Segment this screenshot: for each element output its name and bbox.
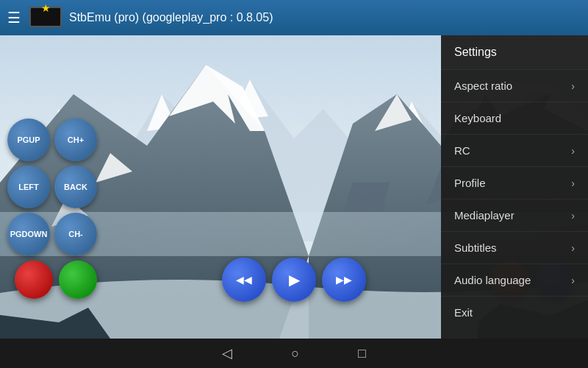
pgup-button[interactable]: PGUP (7, 118, 50, 161)
back-button[interactable]: BACK (54, 166, 97, 208)
chplus-button[interactable]: CH+ (54, 118, 97, 161)
green-button[interactable] (59, 261, 97, 299)
dropdown-header: Settings (441, 35, 588, 69)
recent-nav-icon[interactable]: □ (358, 346, 366, 361)
star-icon: ★ (41, 2, 51, 14)
arrow-icon-mediaplayer: › (571, 210, 575, 222)
bottom-navbar: ◁ ○ □ (0, 339, 588, 368)
pgdown-button[interactable]: PGDOWN (7, 213, 50, 255)
rewind-icon: ◀◀ (236, 274, 252, 286)
menu-item-profile-label: Profile (454, 177, 486, 189)
menu-item-audio-language-label: Audio language (454, 274, 531, 286)
app-title: StbEmu (pro) (googleplay_pro : 0.8.05) (69, 11, 273, 24)
menu-item-keyboard-label: Keyboard (454, 112, 501, 124)
menu-item-mediaplayer[interactable]: Mediaplayer › (441, 199, 588, 231)
arrow-icon-subtitles: › (571, 242, 575, 254)
ctrl-row-3: PGDOWN CH- (7, 213, 97, 255)
arrow-icon-rc: › (571, 145, 575, 157)
menu-item-aspect-ratio[interactable]: Aspect ratio › (441, 69, 588, 102)
left-button[interactable]: LEFT (7, 166, 50, 208)
arrow-icon-audio-language: › (571, 275, 575, 286)
red-button[interactable] (15, 261, 53, 299)
settings-dropdown: Settings Aspect ratio › Keyboard RC › Pr… (441, 35, 588, 339)
fast-forward-button[interactable]: ▶▶ (322, 258, 366, 302)
menu-icon[interactable]: ☰ (7, 9, 21, 26)
menu-item-audio-language[interactable]: Audio language › (441, 263, 588, 296)
fast-forward-icon: ▶▶ (336, 274, 352, 286)
menu-item-mediaplayer-label: Mediaplayer (454, 209, 514, 222)
menu-item-aspect-ratio-label: Aspect ratio (454, 79, 512, 92)
arrow-icon-profile: › (571, 177, 575, 189)
menu-item-exit-label: Exit (454, 306, 473, 319)
menu-item-subtitles[interactable]: Subtitles › (441, 231, 588, 263)
menu-item-keyboard[interactable]: Keyboard (441, 102, 588, 134)
rewind-button[interactable]: ◀◀ (222, 258, 266, 302)
menu-item-rc-label: RC (454, 144, 470, 157)
home-nav-icon[interactable]: ○ (291, 346, 299, 361)
menu-item-rc[interactable]: RC › (441, 134, 588, 166)
ctrl-row-2: LEFT BACK (7, 166, 97, 208)
play-icon: ▶ (289, 271, 300, 289)
top-bar: ☰ ★ StbEmu (pro) (googleplay_pro : 0.8.0… (0, 0, 588, 35)
tv-icon: ★ (29, 7, 62, 29)
back-nav-icon[interactable]: ◁ (222, 345, 232, 361)
menu-item-profile[interactable]: Profile › (441, 166, 588, 199)
arrow-icon-aspect-ratio: › (571, 80, 575, 92)
menu-item-subtitles-label: Subtitles (454, 241, 497, 254)
chminus-button[interactable]: CH- (54, 213, 97, 255)
menu-item-exit[interactable]: Exit (441, 296, 588, 328)
play-button[interactable]: ▶ (272, 258, 316, 302)
ctrl-row-1: PGUP CH+ (7, 118, 97, 161)
